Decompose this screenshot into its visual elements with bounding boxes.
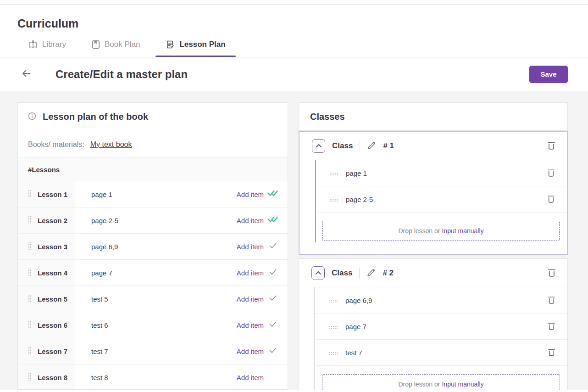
check-icon: [269, 320, 277, 330]
drop-zone[interactable]: Drop lesson or Input manually: [322, 374, 560, 390]
add-item-link[interactable]: Add item: [237, 374, 264, 381]
lesson-name-cell: Lesson 6: [18, 312, 75, 338]
class-item-label: test 7: [345, 349, 362, 357]
lesson-name-cell: Lesson 3: [18, 234, 75, 259]
delete-class-button[interactable]: [547, 140, 556, 151]
drop-zone-text: Drop lesson or: [398, 381, 440, 388]
delete-item-button[interactable]: [547, 168, 555, 179]
edit-class-button[interactable]: [366, 268, 376, 279]
drag-handle-icon[interactable]: [329, 196, 338, 203]
drag-handle-icon[interactable]: [28, 242, 32, 252]
input-manually-link[interactable]: Input manually: [442, 381, 483, 388]
add-item-link[interactable]: Add item: [237, 269, 264, 277]
lesson-row: Lesson 7 test 7 Add item: [18, 338, 288, 364]
class-cards: Class # 1: [299, 131, 568, 390]
drag-handle-icon[interactable]: [28, 347, 32, 356]
edit-class-button[interactable]: [367, 140, 377, 151]
lesson-action-cell: Add item: [237, 364, 288, 390]
drag-handle-icon[interactable]: [28, 294, 32, 304]
add-item-link[interactable]: Add item: [237, 321, 264, 329]
lesson-name: Lesson 8: [38, 374, 67, 381]
lesson-pages: page 1: [75, 181, 237, 207]
materials-row: Books/ materials: My text book: [18, 131, 288, 158]
drop-row: Drop lesson or Input manually: [316, 212, 567, 254]
tab-bar: Library Book Plan Lesson Plan: [28, 40, 571, 57]
lesson-name: Lesson 7: [38, 347, 67, 355]
info-icon[interactable]: [28, 112, 36, 122]
delete-item-button[interactable]: [547, 194, 555, 205]
class-items: page 6,9 page 7: [299, 287, 567, 365]
lesson-row: Lesson 2 page 2-5 Add item: [18, 207, 288, 234]
drag-handle-icon[interactable]: [28, 268, 32, 278]
indent-line: [315, 287, 315, 390]
delete-item-button[interactable]: [547, 321, 556, 332]
drop-zone-text: Drop lesson or: [398, 227, 440, 235]
check-slot: [267, 242, 278, 251]
class-label: Class: [332, 141, 353, 151]
class-card-header: Class # 1: [300, 132, 567, 160]
add-item-link[interactable]: Add item: [237, 295, 264, 303]
check-slot: [267, 294, 278, 303]
lesson-action-cell: Add item: [237, 286, 288, 312]
delete-class-button[interactable]: [547, 268, 556, 279]
lesson-action-cell: Add item: [237, 312, 288, 338]
class-lesson-item[interactable]: page 6,9: [316, 287, 567, 313]
trash-icon: [547, 194, 555, 205]
back-button[interactable]: [21, 68, 32, 80]
class-lesson-item[interactable]: page 2-5: [316, 186, 567, 212]
class-label: Class: [332, 269, 352, 278]
add-item-link[interactable]: Add item: [237, 190, 264, 198]
tab-book-plan[interactable]: Book Plan: [92, 40, 140, 57]
delete-item-button[interactable]: [547, 347, 556, 358]
class-lesson-item[interactable]: page 7: [316, 313, 567, 339]
tab-label: Book Plan: [105, 40, 140, 49]
class-item-label: page 2-5: [346, 196, 373, 203]
lesson-name-cell: Lesson 2: [18, 207, 75, 233]
class-number: # 1: [383, 141, 394, 151]
lesson-name-cell: Lesson 7: [18, 338, 75, 364]
class-lesson-item[interactable]: page 1: [316, 160, 567, 186]
tab-library[interactable]: Library: [28, 40, 66, 57]
lesson-row: Lesson 1 page 1 Add item: [18, 181, 288, 207]
delete-item-button[interactable]: [547, 295, 556, 306]
subheader-title: Create/Edit a master plan: [55, 68, 188, 81]
drop-zone[interactable]: Drop lesson or Input manually: [322, 221, 560, 241]
lesson-action-cell: Add item: [237, 234, 288, 259]
lesson-row: Lesson 3 page 6,9 Add item: [18, 234, 288, 260]
pencil-icon: [367, 140, 377, 151]
class-item-label: page 1: [346, 169, 367, 177]
lesson-name: Lesson 2: [38, 217, 67, 224]
save-button[interactable]: Save: [529, 66, 568, 83]
drag-handle-icon[interactable]: [329, 323, 338, 330]
drag-handle-icon[interactable]: [28, 216, 32, 225]
book-plan-icon: [92, 40, 100, 49]
add-item-link[interactable]: Add item: [237, 217, 264, 224]
lesson-pages: test 6: [75, 312, 237, 338]
add-item-link[interactable]: Add item: [237, 347, 264, 355]
input-manually-link[interactable]: Input manually: [442, 227, 483, 235]
drag-handle-icon[interactable]: [329, 169, 338, 177]
drag-handle-icon[interactable]: [28, 373, 32, 382]
drag-handle-icon[interactable]: [329, 349, 338, 357]
materials-book-link[interactable]: My text book: [90, 140, 132, 149]
chevron-up-icon: [316, 142, 322, 149]
tab-lesson-plan[interactable]: Lesson Plan: [166, 40, 225, 57]
lesson-name: Lesson 1: [38, 190, 67, 198]
check-icon: [269, 242, 277, 251]
class-lesson-item[interactable]: test 7: [316, 339, 567, 365]
lesson-pages: page 6,9: [75, 234, 237, 259]
lesson-pages: page 7: [75, 260, 237, 286]
materials-label: Books/ materials:: [28, 140, 84, 149]
class-card-body: page 6,9 page 7: [299, 287, 567, 390]
drag-handle-icon[interactable]: [28, 190, 32, 199]
lessons-table: Lesson 1 page 1 Add item: [18, 181, 288, 390]
drag-handle-icon[interactable]: [329, 297, 338, 304]
class-number: # 2: [383, 269, 394, 278]
collapse-class-button[interactable]: [312, 139, 325, 153]
collapse-class-button[interactable]: [311, 266, 325, 280]
add-item-link[interactable]: Add item: [237, 243, 264, 251]
check-slot: [267, 268, 278, 277]
class-item-label: page 7: [345, 323, 366, 330]
drag-handle-icon[interactable]: [28, 320, 32, 330]
class-item-label: page 6,9: [345, 297, 372, 304]
